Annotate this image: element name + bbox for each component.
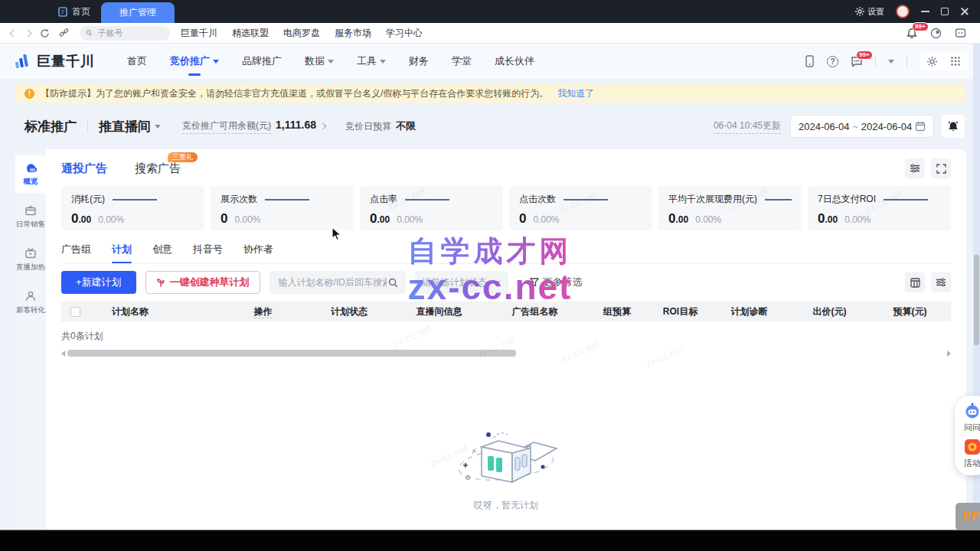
activity-icon[interactable] (964, 439, 980, 455)
browser-logo-icon[interactable] (930, 28, 942, 39)
browser-tab-promotion[interactable]: 推广管理 (101, 2, 175, 23)
select-all-checkbox[interactable] (70, 307, 80, 317)
brand-name: 巨量千川 (37, 52, 95, 70)
tab-feed-ads[interactable]: 通投广告 (61, 161, 107, 176)
metric-settings-button[interactable] (905, 158, 925, 178)
nav-partners[interactable]: 成长伙伴 (495, 54, 534, 68)
col-budget: 预算(元) (870, 305, 950, 318)
fullscreen-button[interactable] (931, 158, 951, 178)
qianchuan-logo-icon (12, 52, 31, 70)
quick-links: 巨量千川 精选联盟 电商罗盘 服务市场 学习中心 (181, 27, 423, 40)
link-icon[interactable] (59, 28, 69, 38)
minimize-button[interactable] (921, 11, 929, 12)
assistant-robot-icon[interactable] (964, 403, 980, 419)
fraud-alert-dismiss-link[interactable]: 我知道了 (557, 87, 594, 100)
apps-icon[interactable] (955, 28, 966, 38)
gear-icon[interactable] (926, 56, 938, 67)
help-icon[interactable]: ? (827, 56, 838, 67)
tab-ad-groups[interactable]: 广告组 (61, 243, 91, 263)
sidebar-item-live-boost[interactable]: 直播加热 (15, 240, 46, 279)
tab-creatives[interactable]: 创意 (152, 243, 172, 263)
horizontal-scrollbar[interactable] (61, 350, 951, 357)
scroll-right-icon[interactable] (947, 350, 951, 357)
browser-tab-home[interactable]: 首页 (47, 0, 101, 23)
quick-link[interactable]: 巨量千川 (181, 27, 217, 40)
messages-button[interactable]: 99+ (851, 56, 863, 67)
alert-bell-button[interactable] (942, 115, 965, 138)
nav-brand[interactable]: 品牌推广 (242, 54, 282, 68)
new-plan-button[interactable]: +新建计划 (61, 271, 136, 294)
potplayer-taskbar-thumb[interactable]: PP (956, 503, 980, 530)
tab-plans[interactable]: 计划 (112, 243, 132, 263)
col-plan-name: 计划名称 (89, 305, 219, 318)
budget-label: 竞价日预算 (345, 120, 391, 133)
gear-icon (855, 7, 864, 16)
sparkline (564, 199, 608, 201)
quick-link[interactable]: 电商罗盘 (283, 27, 320, 40)
stat-card-ctr[interactable]: 点击率 0.000.00% (360, 186, 503, 230)
url-search-input[interactable] (96, 28, 164, 38)
quick-link[interactable]: 学习中心 (386, 27, 423, 40)
tab-search-ads[interactable]: 搜索广告 三重礼 (135, 161, 181, 176)
table-tools (905, 272, 951, 292)
quick-link[interactable]: 服务市场 (335, 27, 371, 40)
nav-tools[interactable]: 工具 (357, 54, 386, 68)
col-plan-diagnosis: 计划诊断 (709, 305, 789, 318)
stat-card-cost[interactable]: 消耗(元) 0.000.00% (61, 186, 204, 230)
avatar[interactable] (896, 5, 910, 18)
nav-finance[interactable]: 财务 (409, 54, 429, 68)
date-separator: ~ (852, 121, 858, 132)
activity-label[interactable]: 活动 (964, 458, 980, 469)
plan-status-select[interactable]: 请筛选计划状态 (415, 271, 508, 294)
overview-icon (24, 162, 38, 174)
more-filters-button[interactable]: 更多筛选 (530, 276, 583, 289)
browser-toolbar: 巨量千川 精选联盟 电商罗盘 服务市场 学习中心 99+ (0, 23, 980, 44)
page-icon (58, 7, 67, 17)
plan-search-input[interactable] (277, 276, 388, 289)
chevron-right-icon[interactable] (320, 123, 326, 129)
back-icon[interactable] (10, 29, 18, 37)
scrollbar-thumb[interactable] (67, 350, 516, 357)
nav-academy[interactable]: 学堂 (452, 54, 472, 68)
settings-button[interactable]: 设置 (855, 6, 884, 18)
nav-home[interactable]: 首页 (127, 54, 147, 68)
date-range-picker[interactable]: 2024-06-04 ~ 2024-06-04 (790, 115, 934, 138)
tab-collaborators[interactable]: 协作者 (243, 243, 273, 263)
stat-card-clicks[interactable]: 点击次数 00.00% (509, 186, 652, 230)
stat-card-roi[interactable]: 7日总支付ROI 0.000.00% (808, 186, 951, 230)
warning-icon: ! (24, 89, 34, 99)
notifications-button[interactable]: 99+ (906, 28, 917, 39)
quick-create-button[interactable]: 一键创建种草计划 (145, 271, 260, 294)
sidebar-item-daily-sales[interactable]: 日常销售 (15, 197, 46, 236)
brand[interactable]: 巨量千川 (12, 52, 95, 70)
maximize-button[interactable] (941, 8, 949, 15)
filter-settings-button[interactable] (931, 272, 951, 292)
scrollbar-thumb[interactable] (974, 255, 979, 345)
nav-data[interactable]: 数据 (305, 54, 334, 68)
assistant-label[interactable]: 问问 (964, 422, 980, 433)
stat-card-impressions[interactable]: 展示次数 00.00% (211, 186, 354, 230)
url-search[interactable] (80, 26, 170, 41)
tab-douyin-accounts[interactable]: 抖音号 (193, 243, 223, 263)
sparkline (265, 199, 309, 201)
quick-link[interactable]: 精选联盟 (232, 27, 269, 40)
nav-bidding[interactable]: 竞价推广 (170, 54, 219, 68)
sidebar-item-new-customers[interactable]: 新客转化 (15, 283, 46, 321)
col-plan-status: 计划状态 (307, 305, 391, 318)
close-button[interactable] (960, 7, 969, 16)
forward-icon[interactable] (24, 29, 32, 37)
scroll-left-icon[interactable] (61, 350, 65, 357)
refresh-icon[interactable] (40, 28, 50, 38)
scene-sidebar: 概览 日常销售 直播加热 新客转化 (15, 149, 46, 530)
grid-apps-icon[interactable] (950, 56, 961, 67)
plan-search-box[interactable] (270, 271, 406, 294)
account-dropdown-icon[interactable] (888, 60, 894, 64)
mobile-icon[interactable] (805, 55, 815, 67)
columns-icon (910, 278, 920, 288)
stat-value: 0 (220, 211, 227, 227)
stat-card-cpm[interactable]: 平均千次展现费用(元) 0.000.00% (658, 186, 802, 230)
col-group-budget: 组预算 (583, 305, 652, 318)
column-settings-button[interactable] (905, 272, 925, 292)
objective-selector[interactable]: 推直播间 (99, 118, 161, 135)
sidebar-item-overview[interactable]: 概览 (15, 155, 46, 193)
